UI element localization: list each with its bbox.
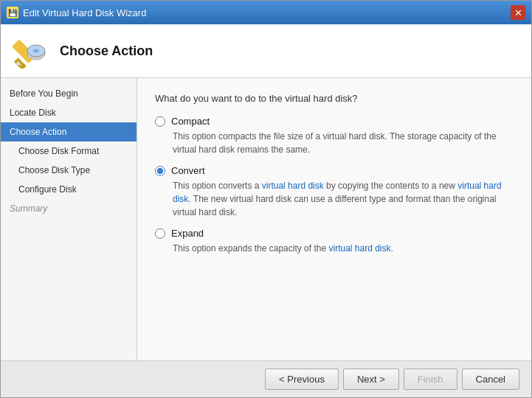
- cancel-button[interactable]: Cancel: [462, 369, 519, 390]
- question-text: What do you want to do to the virtual ha…: [155, 93, 514, 104]
- header-title: Choose Action: [60, 43, 153, 59]
- sidebar: Before You Begin Locate Disk Choose Acti…: [1, 78, 137, 360]
- convert-link-1[interactable]: virtual hard disk: [262, 181, 324, 191]
- footer: < Previous Next > Finish Cancel: [1, 360, 531, 397]
- option-group: Compact This option compacts the file si…: [155, 116, 514, 255]
- expand-desc: This option expands the capacity of the …: [173, 242, 514, 255]
- sidebar-item-choose-disk-type[interactable]: Choose Disk Type: [1, 161, 137, 180]
- option-compact: Compact This option compacts the file si…: [155, 116, 514, 156]
- compact-desc: This option compacts the file size of a …: [173, 130, 514, 156]
- close-button[interactable]: ✕: [511, 5, 525, 20]
- sidebar-item-configure-disk[interactable]: Configure Disk: [1, 180, 137, 199]
- convert-desc: This option converts a virtual hard disk…: [173, 179, 514, 219]
- content-area: Choose Action Before You Begin Locate Di…: [1, 24, 531, 397]
- expand-radio[interactable]: [155, 228, 165, 239]
- app-icon: 💾: [7, 7, 18, 18]
- expand-label[interactable]: Expand: [155, 228, 514, 239]
- sidebar-item-summary[interactable]: Summary: [1, 199, 137, 218]
- header-section: Choose Action: [1, 24, 531, 78]
- convert-radio[interactable]: [155, 166, 165, 176]
- option-convert: Convert This option converts a virtual h…: [155, 165, 514, 219]
- convert-link-2[interactable]: virtual hard disk: [173, 181, 502, 204]
- main-window: 💾 Edit Virtual Hard Disk Wizard ✕: [0, 0, 532, 398]
- sidebar-item-choose-disk-format[interactable]: Choose Disk Format: [1, 142, 137, 161]
- title-bar: 💾 Edit Virtual Hard Disk Wizard ✕: [1, 1, 531, 24]
- expand-link[interactable]: virtual hard disk: [328, 243, 390, 254]
- sidebar-item-before-you-begin[interactable]: Before You Begin: [1, 84, 137, 103]
- finish-button[interactable]: Finish: [404, 369, 457, 390]
- compact-radio[interactable]: [155, 116, 165, 127]
- sidebar-item-locate-disk[interactable]: Locate Disk: [1, 103, 137, 122]
- next-button[interactable]: Next >: [343, 369, 399, 390]
- window-title: Edit Virtual Hard Disk Wizard: [23, 7, 146, 18]
- svg-point-6: [33, 49, 39, 53]
- main-content: Before You Begin Locate Disk Choose Acti…: [1, 78, 531, 360]
- convert-label[interactable]: Convert: [155, 165, 514, 176]
- title-bar-left: 💾 Edit Virtual Hard Disk Wizard: [7, 7, 146, 18]
- option-expand: Expand This option expands the capacity …: [155, 228, 514, 255]
- right-panel: What do you want to do to the virtual ha…: [137, 78, 531, 360]
- previous-button[interactable]: < Previous: [265, 369, 339, 390]
- header-icon: [13, 33, 48, 69]
- compact-label[interactable]: Compact: [155, 116, 514, 127]
- sidebar-item-choose-action[interactable]: Choose Action: [1, 122, 137, 142]
